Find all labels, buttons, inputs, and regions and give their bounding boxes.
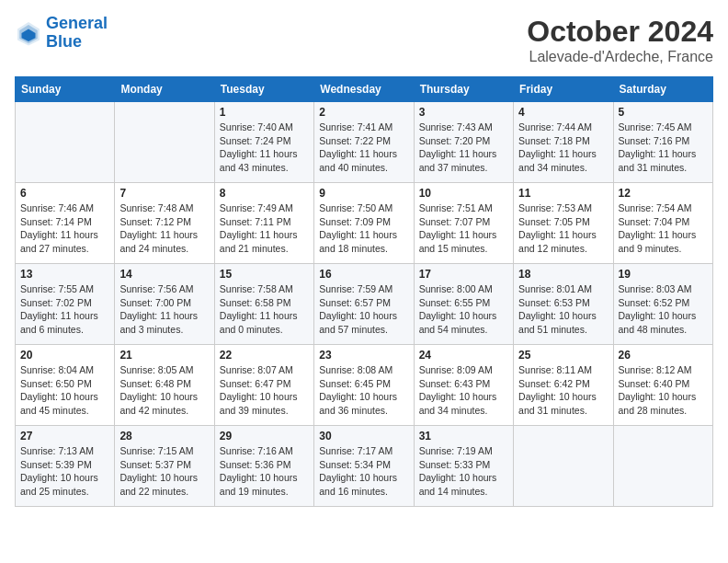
calendar-body: 1Sunrise: 7:40 AM Sunset: 7:24 PM Daylig… (16, 102, 713, 507)
day-number: 25 (518, 349, 608, 362)
day-number: 28 (119, 430, 209, 442)
calendar-cell (16, 102, 115, 183)
day-info: Sunrise: 7:41 AM Sunset: 7:22 PM Dayligh… (319, 121, 408, 175)
day-number: 18 (518, 268, 608, 281)
header-day-tuesday: Tuesday (214, 77, 313, 102)
day-number: 11 (518, 187, 608, 200)
day-info: Sunrise: 8:09 AM Sunset: 6:43 PM Dayligh… (419, 363, 508, 418)
day-info: Sunrise: 8:03 AM Sunset: 6:52 PM Dayligh… (619, 282, 708, 337)
calendar-cell (115, 102, 214, 183)
day-info: Sunrise: 7:40 AM Sunset: 7:24 PM Dayligh… (220, 121, 309, 175)
calendar-cell: 29Sunrise: 7:16 AM Sunset: 5:36 PM Dayli… (214, 426, 313, 507)
day-info: Sunrise: 7:46 AM Sunset: 7:14 PM Dayligh… (20, 201, 109, 256)
day-info: Sunrise: 8:00 AM Sunset: 6:55 PM Dayligh… (419, 282, 508, 337)
logo-line2: Blue (46, 32, 82, 51)
title-block: October 2024 Lalevade-d'Ardeche, France (527, 15, 713, 65)
calendar-table: SundayMondayTuesdayWednesdayThursdayFrid… (15, 76, 713, 507)
day-number: 24 (419, 349, 508, 362)
day-number: 20 (20, 349, 109, 362)
day-info: Sunrise: 7:59 AM Sunset: 6:57 PM Dayligh… (319, 282, 408, 337)
calendar-cell: 2Sunrise: 7:41 AM Sunset: 7:22 PM Daylig… (314, 102, 414, 183)
day-info: Sunrise: 8:04 AM Sunset: 6:50 PM Dayligh… (20, 363, 109, 418)
calendar-cell: 16Sunrise: 7:59 AM Sunset: 6:57 PM Dayli… (314, 264, 414, 345)
calendar-cell: 1Sunrise: 7:40 AM Sunset: 7:24 PM Daylig… (214, 102, 313, 183)
day-number: 10 (419, 187, 508, 200)
day-number: 30 (319, 430, 408, 442)
logo: General Blue (15, 15, 108, 52)
week-row-4: 20Sunrise: 8:04 AM Sunset: 6:50 PM Dayli… (16, 345, 713, 426)
calendar-cell: 5Sunrise: 7:45 AM Sunset: 7:16 PM Daylig… (613, 102, 712, 183)
day-number: 16 (319, 268, 408, 281)
calendar-header: SundayMondayTuesdayWednesdayThursdayFrid… (16, 77, 713, 102)
calendar-cell: 11Sunrise: 7:53 AM Sunset: 7:05 PM Dayli… (514, 183, 613, 264)
day-info: Sunrise: 8:05 AM Sunset: 6:48 PM Dayligh… (119, 363, 209, 418)
day-info: Sunrise: 7:51 AM Sunset: 7:07 PM Dayligh… (419, 201, 508, 256)
calendar-cell: 31Sunrise: 7:19 AM Sunset: 5:33 PM Dayli… (414, 426, 513, 507)
day-info: Sunrise: 7:54 AM Sunset: 7:04 PM Dayligh… (619, 201, 708, 256)
calendar-cell: 20Sunrise: 8:04 AM Sunset: 6:50 PM Dayli… (16, 345, 115, 426)
day-info: Sunrise: 7:49 AM Sunset: 7:11 PM Dayligh… (220, 201, 309, 256)
day-info: Sunrise: 7:15 AM Sunset: 5:37 PM Dayligh… (119, 444, 209, 499)
month-title: October 2024 (527, 15, 713, 49)
day-info: Sunrise: 7:17 AM Sunset: 5:34 PM Dayligh… (319, 444, 408, 499)
day-number: 22 (220, 349, 309, 362)
week-row-5: 27Sunrise: 7:13 AM Sunset: 5:39 PM Dayli… (16, 426, 713, 507)
header-day-sunday: Sunday (16, 77, 115, 102)
day-info: Sunrise: 7:43 AM Sunset: 7:20 PM Dayligh… (419, 121, 508, 175)
day-number: 6 (20, 187, 109, 200)
calendar-cell: 24Sunrise: 8:09 AM Sunset: 6:43 PM Dayli… (414, 345, 513, 426)
day-info: Sunrise: 7:44 AM Sunset: 7:18 PM Dayligh… (518, 121, 608, 175)
day-number: 14 (119, 268, 209, 281)
day-info: Sunrise: 7:55 AM Sunset: 7:02 PM Dayligh… (20, 282, 109, 337)
calendar-cell (514, 426, 613, 507)
day-info: Sunrise: 8:01 AM Sunset: 6:53 PM Dayligh… (518, 282, 608, 337)
day-number: 27 (20, 430, 109, 442)
header-day-monday: Monday (115, 77, 214, 102)
day-number: 1 (220, 106, 309, 119)
header-row: SundayMondayTuesdayWednesdayThursdayFrid… (16, 77, 713, 102)
logo-text: General Blue (46, 15, 108, 52)
day-number: 31 (419, 430, 508, 442)
day-info: Sunrise: 7:58 AM Sunset: 6:58 PM Dayligh… (220, 282, 309, 337)
calendar-cell: 23Sunrise: 8:08 AM Sunset: 6:45 PM Dayli… (314, 345, 414, 426)
calendar-cell: 27Sunrise: 7:13 AM Sunset: 5:39 PM Dayli… (16, 426, 115, 507)
day-info: Sunrise: 8:12 AM Sunset: 6:40 PM Dayligh… (619, 363, 708, 418)
day-info: Sunrise: 8:11 AM Sunset: 6:42 PM Dayligh… (518, 363, 608, 418)
calendar-cell: 7Sunrise: 7:48 AM Sunset: 7:12 PM Daylig… (115, 183, 214, 264)
day-info: Sunrise: 7:16 AM Sunset: 5:36 PM Dayligh… (220, 444, 309, 499)
header-day-saturday: Saturday (613, 77, 712, 102)
day-number: 17 (419, 268, 508, 281)
day-info: Sunrise: 7:45 AM Sunset: 7:16 PM Dayligh… (619, 121, 708, 175)
day-info: Sunrise: 8:07 AM Sunset: 6:47 PM Dayligh… (220, 363, 309, 418)
calendar-cell: 4Sunrise: 7:44 AM Sunset: 7:18 PM Daylig… (514, 102, 613, 183)
day-number: 12 (619, 187, 708, 200)
day-info: Sunrise: 7:48 AM Sunset: 7:12 PM Dayligh… (119, 201, 209, 256)
week-row-2: 6Sunrise: 7:46 AM Sunset: 7:14 PM Daylig… (16, 183, 713, 264)
day-number: 29 (220, 430, 309, 442)
calendar-cell: 3Sunrise: 7:43 AM Sunset: 7:20 PM Daylig… (414, 102, 513, 183)
calendar-cell: 14Sunrise: 7:56 AM Sunset: 7:00 PM Dayli… (115, 264, 214, 345)
week-row-3: 13Sunrise: 7:55 AM Sunset: 7:02 PM Dayli… (16, 264, 713, 345)
calendar-cell: 15Sunrise: 7:58 AM Sunset: 6:58 PM Dayli… (214, 264, 313, 345)
day-info: Sunrise: 7:19 AM Sunset: 5:33 PM Dayligh… (419, 444, 508, 499)
calendar-cell: 21Sunrise: 8:05 AM Sunset: 6:48 PM Dayli… (115, 345, 214, 426)
calendar-cell: 17Sunrise: 8:00 AM Sunset: 6:55 PM Dayli… (414, 264, 513, 345)
day-number: 8 (220, 187, 309, 200)
day-info: Sunrise: 7:56 AM Sunset: 7:00 PM Dayligh… (119, 282, 209, 337)
day-info: Sunrise: 7:53 AM Sunset: 7:05 PM Dayligh… (518, 201, 608, 256)
page-header: General Blue October 2024 Lalevade-d'Ard… (15, 15, 713, 65)
day-number: 26 (619, 349, 708, 362)
day-number: 15 (220, 268, 309, 281)
day-number: 4 (518, 106, 608, 119)
day-number: 21 (119, 349, 209, 362)
header-day-wednesday: Wednesday (314, 77, 414, 102)
day-number: 3 (419, 106, 508, 119)
calendar-cell: 26Sunrise: 8:12 AM Sunset: 6:40 PM Dayli… (613, 345, 712, 426)
calendar-cell (613, 426, 712, 507)
calendar-cell: 19Sunrise: 8:03 AM Sunset: 6:52 PM Dayli… (613, 264, 712, 345)
day-number: 5 (619, 106, 708, 119)
calendar-cell: 8Sunrise: 7:49 AM Sunset: 7:11 PM Daylig… (214, 183, 313, 264)
day-number: 7 (119, 187, 209, 200)
calendar-cell: 25Sunrise: 8:11 AM Sunset: 6:42 PM Dayli… (514, 345, 613, 426)
day-number: 2 (319, 106, 408, 119)
